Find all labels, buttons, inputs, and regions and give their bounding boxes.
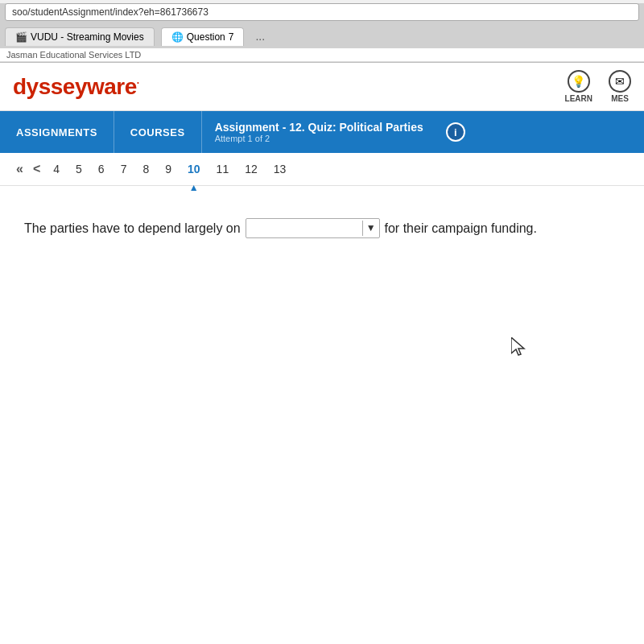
messages-label: MES [611, 94, 629, 103]
question-sentence: The parties have to depend largely on do… [24, 218, 620, 239]
address-bar[interactable]: soo/studentAssignment/index?eh=861736673 [5, 3, 639, 21]
tab-vudu-icon: 🎬 [15, 31, 27, 43]
page-11[interactable]: 11 [210, 159, 236, 179]
nav-courses[interactable]: COURSES [114, 111, 201, 153]
tab-question-number: 7 [229, 31, 234, 43]
logo: dysseyware· [13, 74, 139, 100]
mouse-cursor-icon [511, 337, 527, 360]
dropdown-chevron-icon: ▼ [362, 221, 376, 236]
page-4[interactable]: 4 [47, 159, 66, 179]
learn-button[interactable]: 💡 LEARN [565, 70, 592, 103]
logo-dot: · [137, 76, 139, 88]
app-header: dysseyware· 💡 LEARN ✉ MES [0, 63, 644, 111]
breadcrumb: Jasman Educational Services LTD [0, 48, 644, 62]
app-container: dysseyware· 💡 LEARN ✉ MES ASSIGNMENTS CO… [0, 63, 644, 644]
nav-assignment-attempt: Attempt 1 of 2 [215, 134, 423, 143]
page-8[interactable]: 8 [136, 159, 155, 179]
cursor-area [24, 239, 620, 400]
messages-button[interactable]: ✉ MES [609, 70, 631, 103]
nav-info-button[interactable]: i [446, 122, 465, 142]
learn-label: LEARN [565, 94, 592, 103]
logo-text: dysseyware [13, 74, 137, 99]
page-5[interactable]: 5 [69, 159, 89, 179]
content-area: The parties have to depend largely on do… [0, 186, 644, 508]
page-10[interactable]: 10 [181, 159, 207, 179]
learn-icon: 💡 [568, 70, 590, 93]
header-right: 💡 LEARN ✉ MES [565, 70, 631, 103]
page-12[interactable]: 12 [238, 159, 264, 179]
page-13[interactable]: 13 [267, 159, 293, 179]
nav-bar: ASSIGNMENTS COURSES Assignment - 12. Qui… [0, 111, 644, 153]
tab-question-label: Question [187, 31, 225, 43]
page-6[interactable]: 6 [92, 159, 111, 179]
page-9[interactable]: 9 [159, 159, 178, 179]
browser-chrome: soo/studentAssignment/index?eh=861736673… [0, 3, 644, 63]
tab-vudu-label: VUDU - Streaming Movies [31, 31, 144, 43]
tab-bar: 🎬 VUDU - Streaming Movies 🌐 Question 7 .… [0, 24, 644, 48]
answer-dropdown-wrapper[interactable]: donations taxes subsidies fundraising ▼ [246, 218, 380, 238]
question-text-after: for their campaign funding. [385, 218, 537, 239]
tab-vudu[interactable]: 🎬 VUDU - Streaming Movies [5, 27, 155, 46]
svg-marker-0 [511, 337, 524, 355]
tab-more[interactable]: ... [255, 30, 265, 43]
tab-question-icon: 🌐 [171, 31, 184, 43]
question-text-before: The parties have to depend largely on [24, 218, 241, 239]
page-first-button[interactable]: « [13, 160, 27, 178]
page-prev-button[interactable]: < [30, 160, 43, 178]
page-7[interactable]: 7 [114, 159, 134, 179]
nav-assignment-info: Assignment - 12. Quiz: Political Parties… [202, 118, 436, 147]
tab-question[interactable]: 🌐 Question 7 [161, 27, 245, 46]
nav-assignment-title: Assignment - 12. Quiz: Political Parties [215, 121, 423, 134]
pagination-bar: « < 4 5 6 7 8 9 10 11 12 13 [0, 153, 644, 186]
answer-dropdown[interactable]: donations taxes subsidies fundraising [250, 222, 362, 235]
nav-assignments[interactable]: ASSIGNMENTS [0, 111, 114, 153]
messages-icon: ✉ [609, 70, 631, 93]
